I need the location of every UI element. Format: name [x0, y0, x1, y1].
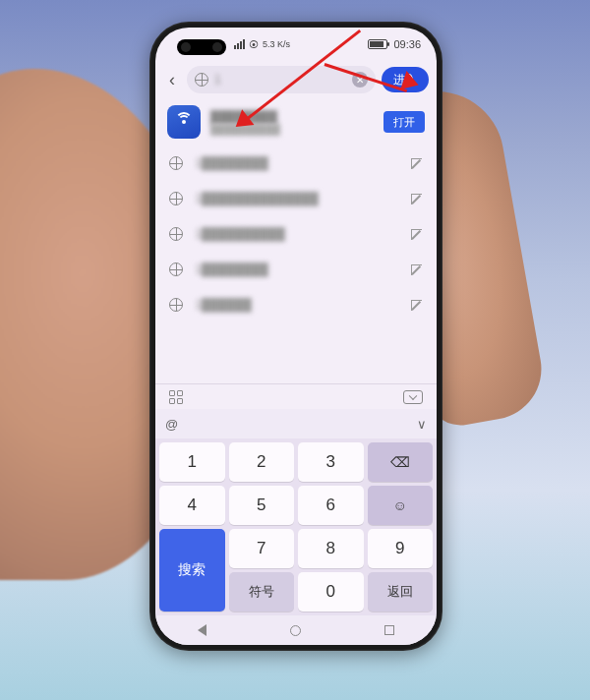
history-text: 1██████	[195, 298, 397, 312]
apps-grid-icon[interactable]	[169, 390, 183, 404]
suggestion-text: ████████ ██████████	[210, 110, 374, 135]
fill-arrow-icon[interactable]	[409, 192, 423, 205]
return-key[interactable]: 返回	[368, 572, 434, 612]
wifi-icon: ⦿	[249, 39, 259, 50]
symbols-key[interactable]: 符号	[229, 572, 295, 612]
globe-icon	[169, 227, 183, 241]
key-3[interactable]: 3	[298, 442, 364, 482]
chevron-down-icon[interactable]: ∨	[417, 417, 427, 432]
nav-recents-icon[interactable]	[384, 625, 394, 635]
globe-icon	[195, 73, 208, 87]
numeric-keyboard: 1 2 3 ⌫ 4 5 6 ☺ 7 8 9 搜索 符号 0 返回	[155, 438, 437, 615]
history-item[interactable]: 1██████████	[155, 216, 437, 252]
key-9[interactable]: 9	[368, 529, 434, 568]
open-button[interactable]: 打开	[384, 111, 425, 133]
fill-arrow-icon[interactable]	[409, 298, 423, 312]
punch-hole-camera	[177, 39, 226, 55]
fill-arrow-icon[interactable]	[409, 262, 423, 276]
history-text: 1██████████████	[195, 192, 397, 205]
collapse-keyboard-icon[interactable]	[403, 390, 423, 404]
key-5[interactable]: 5	[229, 486, 295, 525]
key-2[interactable]: 2	[229, 442, 295, 482]
globe-icon	[169, 262, 183, 276]
history-item[interactable]: 1██████	[155, 287, 437, 322]
address-input[interactable]: 1	[214, 73, 346, 87]
clear-input-button[interactable]: ✕	[352, 72, 368, 88]
history-item[interactable]: 1████████	[155, 146, 437, 181]
fill-arrow-icon[interactable]	[409, 227, 423, 241]
top-suggestion[interactable]: ████████ ██████████ 打开	[155, 98, 437, 146]
globe-icon	[169, 192, 183, 205]
key-6[interactable]: 6	[298, 486, 364, 525]
key-7[interactable]: 7	[229, 529, 295, 568]
key-1[interactable]: 1	[159, 442, 225, 482]
address-bar[interactable]: 1 ✕	[187, 66, 376, 93]
network-speed: 5.3 K/s	[263, 39, 290, 49]
suggestion-subtitle: ██████████	[210, 124, 374, 135]
status-left: ⦿ 5.3 K/s	[234, 39, 362, 50]
signal-icon	[234, 39, 245, 49]
phone-frame: ⦿ 5.3 K/s 09:36 ‹ 1 ✕ 进入 ████████ ██████…	[149, 22, 442, 651]
phone-screen: ⦿ 5.3 K/s 09:36 ‹ 1 ✕ 进入 ████████ ██████…	[155, 28, 437, 645]
history-item[interactable]: 1████████	[155, 252, 437, 287]
address-bar-row: ‹ 1 ✕ 进入	[155, 61, 437, 98]
keyboard-toolbar	[155, 383, 437, 409]
keyboard-accessory-row: @ ∨	[155, 409, 437, 438]
enter-button[interactable]: 进入	[382, 67, 429, 92]
history-item[interactable]: 1██████████████	[155, 181, 437, 216]
key-8[interactable]: 8	[298, 529, 364, 568]
nav-back-icon[interactable]	[198, 624, 206, 636]
at-key[interactable]: @	[165, 417, 178, 432]
history-list: 1████████ 1██████████████ 1██████████ 1█…	[155, 146, 437, 383]
history-text: 1██████████	[195, 227, 397, 241]
emoji-key[interactable]: ☺	[368, 486, 434, 525]
battery-icon	[368, 39, 387, 49]
clock: 09:36	[393, 38, 421, 50]
fill-arrow-icon[interactable]	[409, 156, 423, 170]
globe-icon	[169, 298, 183, 312]
suggestion-title: ████████	[210, 110, 374, 124]
search-key[interactable]: 搜索	[159, 529, 225, 612]
globe-icon	[169, 156, 183, 170]
back-button[interactable]: ‹	[163, 70, 181, 90]
key-4[interactable]: 4	[159, 486, 225, 525]
key-0[interactable]: 0	[298, 572, 364, 612]
wifi-app-icon	[167, 105, 201, 139]
backspace-key[interactable]: ⌫	[368, 442, 434, 482]
history-text: 1████████	[195, 262, 397, 276]
nav-home-icon[interactable]	[290, 625, 301, 636]
android-nav-bar	[155, 615, 437, 645]
history-text: 1████████	[195, 156, 397, 170]
